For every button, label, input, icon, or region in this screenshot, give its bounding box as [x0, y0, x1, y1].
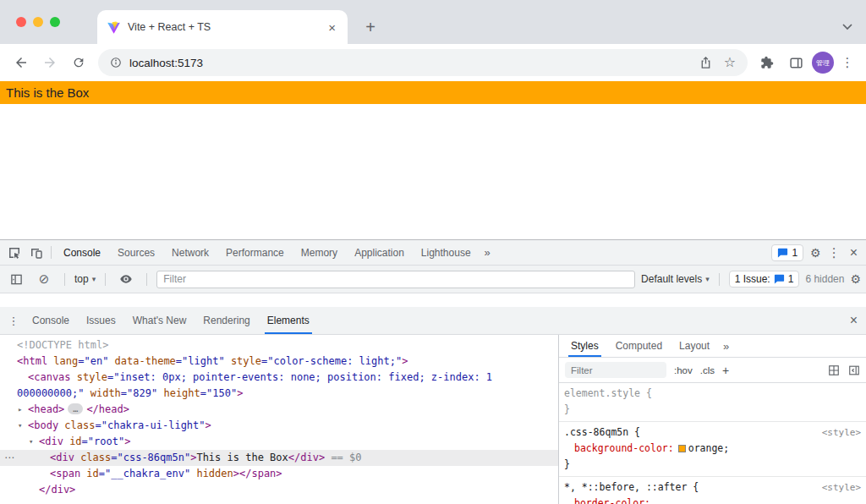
- clear-console-icon[interactable]: ⊘: [33, 266, 55, 293]
- fullscreen-window-button[interactable]: [50, 17, 60, 27]
- tab-search-chevron-icon[interactable]: [842, 19, 852, 34]
- dom-token: <div: [50, 452, 74, 463]
- drawer-tab-elements[interactable]: Elements: [259, 307, 318, 334]
- js-context-selector[interactable]: top ▾: [74, 273, 96, 285]
- drawer-tabbar: ⋮ ConsoleIssuesWhat's NewRenderingElemen…: [0, 307, 866, 335]
- dom-node-line[interactable]: ▾<body class="chakra-ui-light">: [0, 418, 558, 434]
- dom-token: >: [206, 419, 211, 431]
- color-swatch[interactable]: [678, 445, 686, 452]
- dom-token: <div: [39, 436, 63, 447]
- dom-node-line[interactable]: 000000000;" width="829" height="150">: [0, 386, 558, 402]
- browser-tab[interactable]: Vite + React + TS ×: [97, 10, 348, 44]
- styles-tabbar-tabs: StylesComputedLayout: [562, 335, 718, 357]
- dom-node-line[interactable]: <span id="__chakra_env" hidden></span>: [0, 466, 558, 482]
- dom-node-line[interactable]: <html lang="en" data-theme="light" style…: [0, 353, 558, 370]
- console-sidebar-icon[interactable]: [5, 266, 27, 293]
- style-origin-link[interactable]: <style>: [815, 479, 861, 496]
- tab-close-icon[interactable]: ×: [326, 21, 337, 34]
- styles-filter-input[interactable]: [565, 362, 666, 378]
- profile-avatar[interactable]: 管理: [812, 52, 834, 74]
- site-info-icon[interactable]: [110, 57, 122, 68]
- collapse-arrow-icon[interactable]: ▾: [18, 418, 22, 434]
- css-selector[interactable]: .css-86qm5n {: [564, 425, 640, 441]
- traffic-lights: [16, 17, 60, 27]
- collapsed-children-ellipsis[interactable]: …: [68, 403, 83, 414]
- more-panels-chevron[interactable]: »: [480, 240, 496, 265]
- dom-token: class: [74, 452, 111, 463]
- panel-tab-application[interactable]: Application: [346, 240, 413, 265]
- reload-icon[interactable]: [66, 50, 91, 75]
- close-devtools-icon[interactable]: ×: [847, 245, 861, 260]
- dom-token: data-theme: [108, 355, 175, 367]
- inspect-element-icon[interactable]: [3, 240, 25, 265]
- styles-tab-styles[interactable]: Styles: [562, 335, 607, 357]
- more-styles-tabs-chevron[interactable]: »: [718, 335, 734, 357]
- new-tab-button[interactable]: +: [359, 15, 382, 39]
- style-origin-link[interactable]: <style>: [815, 425, 861, 441]
- drawer-tab-console[interactable]: Console: [24, 307, 78, 334]
- back-icon[interactable]: [8, 50, 34, 75]
- new-style-rule-button[interactable]: +: [722, 364, 729, 377]
- panel-tab-console[interactable]: Console: [55, 240, 109, 265]
- collapse-panel-icon[interactable]: [848, 364, 860, 376]
- dom-token: </head>: [86, 403, 129, 415]
- drawer-menu-kebab-icon[interactable]: ⋮: [3, 307, 24, 334]
- dom-node-line[interactable]: </div>: [0, 482, 558, 498]
- hidden-messages-label[interactable]: 6 hidden: [805, 273, 844, 285]
- drawer-tab-rendering[interactable]: Rendering: [195, 307, 258, 334]
- dom-token: height: [157, 387, 200, 399]
- device-toolbar-icon[interactable]: [25, 240, 47, 265]
- panel-tab-sources[interactable]: Sources: [109, 240, 163, 265]
- dom-token: <!DOCTYPE html>: [17, 339, 108, 351]
- panel-tab-lighthouse[interactable]: Lighthouse: [413, 240, 480, 265]
- browser-menu-kebab-icon[interactable]: ⋮: [837, 55, 858, 70]
- dom-token: <head>: [28, 403, 64, 415]
- forward-icon[interactable]: [37, 50, 63, 75]
- log-levels-selector[interactable]: Default levels ▾: [641, 273, 710, 285]
- message-bubble-icon: [777, 248, 788, 258]
- toggle-pseudo-state-button[interactable]: :hov: [674, 365, 693, 375]
- share-icon[interactable]: [699, 56, 712, 69]
- node-more-actions-icon[interactable]: ⋯: [4, 450, 15, 466]
- css-selector[interactable]: *, *::before, ::after {: [564, 479, 699, 496]
- titlebar: Vite + React + TS × +: [0, 0, 866, 44]
- live-expression-eye-icon[interactable]: [115, 266, 137, 293]
- rendering-grid-icon[interactable]: [828, 364, 840, 376]
- dom-node-line[interactable]: <!DOCTYPE html>: [0, 337, 558, 353]
- panel-tab-performance[interactable]: Performance: [217, 240, 293, 265]
- page-content: [0, 104, 866, 239]
- toggle-class-button[interactable]: .cls: [700, 365, 715, 375]
- dom-node-line[interactable]: ▾<div id="root">: [0, 434, 558, 450]
- css-selector[interactable]: element.style {: [564, 386, 652, 402]
- panel-tab-network[interactable]: Network: [163, 240, 217, 265]
- collapse-arrow-icon[interactable]: ▾: [29, 434, 33, 450]
- dom-node-line[interactable]: <canvas style="inset: 0px; pointer-event…: [0, 370, 558, 386]
- devtools-settings-gear-icon[interactable]: ⚙: [810, 246, 821, 260]
- omnibox[interactable]: localhost:5173 ☆: [98, 49, 748, 76]
- dom-node-line[interactable]: ⋯<div class="css-86qm5n">This is the Box…: [0, 450, 558, 466]
- css-property-row[interactable]: background-color:orange;: [559, 441, 866, 457]
- close-drawer-icon[interactable]: ×: [847, 313, 861, 328]
- styles-tab-layout[interactable]: Layout: [671, 335, 718, 357]
- console-messages-badge[interactable]: 1: [771, 244, 803, 261]
- dom-node-line[interactable]: ▸<head>…</head>: [0, 402, 558, 418]
- extensions-puzzle-icon[interactable]: [754, 50, 780, 75]
- close-window-button[interactable]: [16, 17, 26, 27]
- panel-tab-memory[interactable]: Memory: [293, 240, 346, 265]
- bookmark-star-icon[interactable]: ☆: [724, 56, 736, 69]
- drawer-tab-issues[interactable]: Issues: [78, 307, 124, 334]
- expand-arrow-icon[interactable]: ▸: [18, 402, 22, 418]
- minimize-window-button[interactable]: [33, 17, 43, 27]
- css-property-row[interactable]: border-color:: [559, 496, 866, 504]
- side-panel-icon[interactable]: [783, 50, 808, 75]
- console-messages-area[interactable]: [0, 293, 866, 307]
- devtools-menu-kebab-icon[interactable]: ⋮: [828, 245, 840, 260]
- console-settings-gear-icon[interactable]: ⚙: [850, 272, 861, 286]
- url-text[interactable]: localhost:5173: [129, 57, 203, 69]
- dom-token: <span: [50, 468, 80, 479]
- dom-token: hidden: [190, 468, 233, 479]
- drawer-tab-what-s-new[interactable]: What's New: [124, 307, 195, 334]
- styles-tab-computed[interactable]: Computed: [607, 335, 671, 357]
- issues-badge[interactable]: 1 Issue: 1: [729, 271, 800, 288]
- console-filter-input[interactable]: [156, 271, 635, 288]
